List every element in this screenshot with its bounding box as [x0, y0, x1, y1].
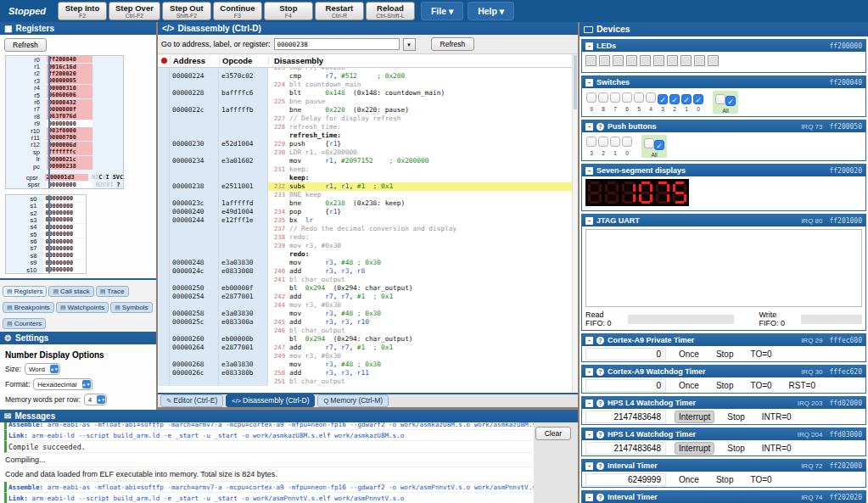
breakpoint-cell[interactable]	[158, 267, 170, 276]
help-icon[interactable]: ?	[596, 494, 604, 501]
register-value[interactable]: 00000700	[47, 134, 92, 141]
tab-breakpoints[interactable]: ▤Breakpoints	[3, 302, 54, 313]
breakpoint-cell[interactable]	[158, 81, 170, 89]
timer-value[interactable]: 2147483648	[585, 442, 666, 455]
clear-messages-button[interactable]: Clear	[535, 427, 571, 440]
tab-counters[interactable]: ▤Counters	[3, 318, 46, 329]
register-value[interactable]: 00000432	[47, 99, 92, 106]
toolbar-button-reload[interactable]: ReloadCtrl-Shift-L	[366, 2, 415, 20]
breakpoint-cell[interactable]	[158, 352, 170, 360]
breakpoint-cell[interactable]	[158, 293, 170, 301]
timer-button-interrupt[interactable]: Interrupt	[675, 442, 714, 455]
registers-refresh-button[interactable]: Refresh	[4, 38, 47, 52]
register-value[interactable]: 00000000	[47, 182, 92, 188]
timer-button-stop[interactable]: Stop	[712, 379, 738, 392]
breakpoint-cell[interactable]	[158, 259, 170, 267]
all-checkbox-on[interactable]: ✓	[654, 140, 664, 150]
switch-checkbox-3[interactable]	[586, 137, 596, 147]
help-icon[interactable]: ?	[596, 337, 604, 344]
breakpoint-cell[interactable]	[158, 344, 170, 352]
help-icon[interactable]: ?	[596, 462, 604, 470]
toolbar-button-restart[interactable]: RestartCtrl-R	[315, 2, 364, 20]
timer-value[interactable]: 0	[585, 379, 666, 392]
words-per-row-select[interactable]: 4▲▼	[84, 394, 107, 405]
switch-checkbox-0[interactable]: ✓	[693, 94, 703, 104]
register-value[interactable]: 0000006d	[47, 142, 92, 148]
timer-button-rst-0[interactable]: RST=0	[785, 379, 820, 392]
breakpoint-cell[interactable]	[158, 377, 170, 386]
size-select[interactable]: Word▲▼	[25, 363, 60, 375]
register-value[interactable]: 0000000f	[47, 106, 92, 113]
timer-button-interrupt[interactable]: Interrupt	[675, 411, 714, 423]
tab-symbols[interactable]: ▤Symbols	[110, 302, 152, 313]
timer-button-to-0[interactable]: TO=0	[746, 348, 776, 360]
breakpoint-cell[interactable]	[158, 250, 170, 259]
disassembly-scrollbar[interactable]	[572, 54, 578, 393]
breakpoint-cell[interactable]	[158, 106, 170, 115]
timer-button-once[interactable]: Once	[675, 379, 703, 392]
breakpoint-cell[interactable]	[158, 360, 170, 369]
menu-help[interactable]: Help ▾	[468, 2, 514, 20]
register-value[interactable]: 00000000	[43, 260, 86, 266]
register-value[interactable]: fffffffc	[47, 148, 92, 155]
switch-checkbox-2[interactable]: ✓	[669, 94, 680, 104]
all-checkbox-off[interactable]	[644, 138, 654, 148]
collapse-icon[interactable]: -	[585, 462, 593, 470]
register-value[interactable]: 00000238	[47, 163, 92, 170]
toolbar-button-step-over[interactable]: Step OverCtrl-F2	[109, 2, 160, 20]
register-value[interactable]: 003f0000	[47, 127, 92, 134]
breakpoint-cell[interactable]	[158, 318, 170, 327]
register-value[interactable]: 00000310	[47, 85, 92, 92]
collapse-icon[interactable]: -	[585, 167, 593, 175]
scrollbar-thumb[interactable]	[574, 55, 577, 109]
tab-registers[interactable]: ▤Registers	[3, 286, 47, 297]
breakpoint-cell[interactable]	[158, 165, 170, 174]
register-value[interactable]: ff200020	[47, 70, 92, 77]
toolbar-button-step-into[interactable]: Step IntoF2	[58, 2, 107, 20]
switch-checkbox-4[interactable]	[646, 92, 656, 103]
breakpoint-cell[interactable]	[158, 284, 170, 293]
register-value[interactable]: 00000000	[43, 238, 86, 245]
timer-button-intr-0[interactable]: INTR=0	[758, 411, 796, 423]
switch-checkbox-7[interactable]	[610, 92, 620, 103]
help-icon[interactable]: ?	[596, 368, 604, 376]
timer-button-stop[interactable]: Stop	[712, 473, 738, 486]
toolbar-button-continue[interactable]: ContinueF3	[213, 2, 262, 20]
breakpoint-cell[interactable]	[158, 191, 170, 199]
tab-watchpoints[interactable]: ▤Watchpoints	[56, 302, 109, 313]
timer-button-stop[interactable]: Stop	[723, 411, 749, 423]
register-value[interactable]: 00000000	[43, 266, 86, 273]
switch-checkbox-1[interactable]	[610, 137, 620, 147]
switch-checkbox-3[interactable]: ✓	[658, 94, 668, 104]
register-value[interactable]: 0016c16d	[47, 64, 92, 70]
register-value[interactable]: 00000000	[43, 252, 86, 259]
timer-button-to-0[interactable]: TO=0	[746, 379, 776, 392]
collapse-icon[interactable]: -	[585, 42, 593, 50]
help-icon[interactable]: ?	[596, 123, 604, 131]
toolbar-button-step-out[interactable]: Step OutShift-F2	[162, 2, 211, 20]
view-tab-editor-ctrl-e[interactable]: ✎Editor (Ctrl-E)	[160, 394, 223, 407]
menu-file[interactable]: File ▾	[421, 2, 463, 20]
register-value[interactable]: 00000000	[43, 231, 86, 238]
breakpoint-cell[interactable]	[158, 131, 170, 140]
breakpoint-cell[interactable]	[158, 242, 170, 250]
register-value[interactable]: 00000000	[43, 203, 86, 210]
breakpoint-cell[interactable]	[158, 72, 170, 81]
switch-checkbox-1[interactable]: ✓	[681, 94, 692, 104]
switch-checkbox-8[interactable]	[598, 92, 608, 103]
uart-terminal[interactable]	[585, 229, 862, 307]
timer-button-intr-0[interactable]: INTR=0	[758, 442, 796, 455]
breakpoint-cell[interactable]	[158, 301, 170, 310]
switch-checkbox-6[interactable]	[622, 92, 632, 103]
breakpoint-cell[interactable]	[158, 199, 170, 208]
timer-button-once[interactable]: Once	[675, 473, 703, 486]
collapse-icon[interactable]: -	[585, 494, 593, 501]
breakpoint-cell[interactable]	[158, 327, 170, 335]
breakpoint-cell[interactable]	[158, 148, 170, 157]
register-value[interactable]: 00000000	[43, 216, 86, 223]
register-value[interactable]: 06060606	[47, 92, 92, 98]
breakpoint-cell[interactable]	[158, 182, 170, 191]
register-value[interactable]: 063f076d	[47, 113, 92, 120]
switch-checkbox-2[interactable]	[598, 137, 608, 147]
breakpoint-cell[interactable]	[158, 98, 170, 106]
